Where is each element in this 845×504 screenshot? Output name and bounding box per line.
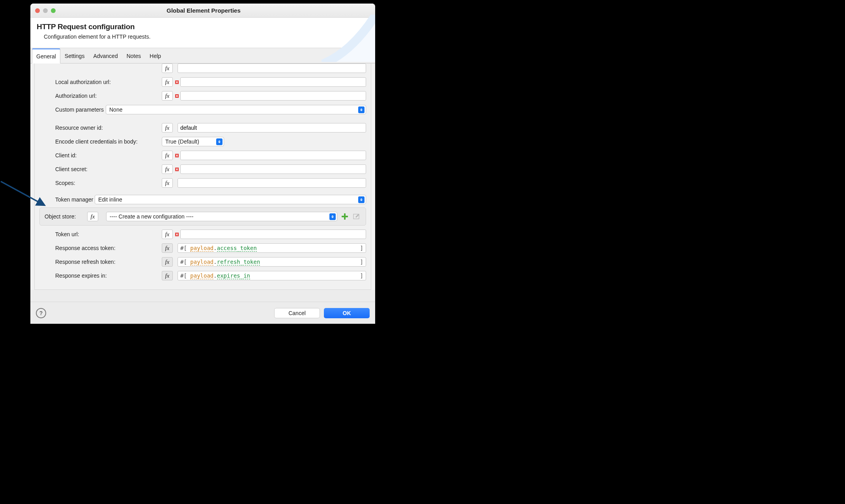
- page-title: HTTP Request configuration: [37, 22, 369, 31]
- close-icon[interactable]: [35, 8, 40, 13]
- edit-icon: [353, 213, 360, 220]
- required-icon: [174, 232, 179, 237]
- required-icon: [174, 153, 179, 158]
- fx-button[interactable]: fx: [162, 271, 173, 280]
- row-client-secret: Client secret: fx: [47, 163, 366, 175]
- chevron-updown-icon: [358, 106, 365, 113]
- row-resp-access: Response access token: fx #[ payload.acc…: [47, 242, 366, 254]
- fx-button[interactable]: fx: [162, 123, 173, 133]
- row-auth-url: Authorization url: fx: [47, 90, 366, 102]
- tab-general[interactable]: General: [32, 49, 60, 63]
- fx-button[interactable]: fx: [162, 230, 173, 239]
- dialog-header: HTTP Request configuration Configuration…: [30, 18, 375, 48]
- auth-url-label: Authorization url:: [47, 93, 162, 99]
- svg-rect-5: [342, 216, 348, 217]
- fx-button[interactable]: fx: [162, 257, 173, 267]
- client-secret-input[interactable]: [180, 164, 366, 174]
- resp-refresh-input[interactable]: #[ payload.refresh_token ]: [178, 257, 366, 267]
- object-store-label: Object store:: [45, 213, 87, 220]
- ok-button[interactable]: OK: [324, 308, 370, 318]
- plus-icon: [341, 213, 348, 220]
- chevron-updown-icon: [329, 213, 336, 220]
- tab-notes[interactable]: Notes: [122, 49, 146, 63]
- scopes-input[interactable]: [178, 178, 366, 188]
- fx-button[interactable]: fx: [87, 212, 98, 221]
- window-title: Global Element Properties: [56, 7, 375, 14]
- fx-button[interactable]: fx: [162, 178, 173, 188]
- client-id-input[interactable]: [180, 151, 366, 160]
- local-auth-url-label: Local authorization url:: [47, 79, 162, 85]
- token-url-label: Token url:: [47, 231, 162, 237]
- object-store-select[interactable]: ---- Create a new configuration ----: [106, 212, 337, 221]
- token-manager-select[interactable]: Edit inline: [95, 195, 366, 204]
- custom-params-select[interactable]: None: [106, 105, 366, 114]
- row-scopes: Scopes: fx: [47, 177, 366, 189]
- fx-button[interactable]: fx: [162, 63, 173, 73]
- token-url-input[interactable]: [180, 230, 366, 239]
- zoom-icon[interactable]: [51, 8, 56, 13]
- row-client-id: Client id: fx: [47, 149, 366, 162]
- chevron-updown-icon: [358, 196, 365, 203]
- page-subtitle: Configuration element for a HTTP request…: [44, 34, 369, 40]
- local-auth-url-input[interactable]: [180, 77, 366, 87]
- row-custom-params: Custom parameters None: [47, 103, 366, 116]
- resource-owner-id-label: Resource owner id:: [47, 125, 162, 131]
- dialog-footer: ? Cancel OK: [30, 302, 375, 324]
- client-id-label: Client id:: [47, 152, 162, 159]
- object-store-panel: Object store: fx ---- Create a new confi…: [39, 207, 366, 226]
- scroll-pane[interactable]: fx Local authorization url: fx Authoriza…: [34, 63, 371, 290]
- chevron-updown-icon: [216, 138, 222, 145]
- question-icon: ?: [39, 310, 43, 316]
- resp-access-input[interactable]: #[ payload.access_token ]: [178, 243, 366, 253]
- token-manager-value: Edit inline: [98, 196, 122, 203]
- encode-creds-select[interactable]: True (Default): [162, 137, 224, 146]
- row-cutoff: fx: [47, 63, 366, 75]
- auth-url-input[interactable]: [180, 91, 366, 101]
- custom-params-label: Custom parameters: [47, 106, 106, 113]
- global-element-properties-dialog: Global Element Properties HTTP Request c…: [30, 4, 375, 324]
- resp-expires-input[interactable]: #[ payload.expires_in ]: [178, 271, 366, 280]
- fx-button[interactable]: fx: [162, 164, 173, 174]
- encode-creds-label: Encode client credentials in body:: [47, 138, 162, 145]
- required-icon: [174, 167, 179, 172]
- client-secret-label: Client secret:: [47, 166, 162, 172]
- fx-button[interactable]: fx: [162, 77, 173, 87]
- encode-creds-value: True (Default): [165, 138, 199, 145]
- cutoff-input[interactable]: [178, 63, 366, 73]
- required-icon: [174, 93, 179, 98]
- tab-settings[interactable]: Settings: [60, 49, 89, 63]
- custom-params-value: None: [109, 106, 122, 113]
- resp-expires-label: Response expires in:: [47, 273, 162, 279]
- required-icon: [174, 80, 179, 84]
- help-button[interactable]: ?: [36, 308, 46, 318]
- cancel-button[interactable]: Cancel: [274, 308, 320, 318]
- row-resp-refresh: Response refresh token: fx #[ payload.re…: [47, 256, 366, 268]
- titlebar: Global Element Properties: [30, 4, 375, 18]
- tab-advanced[interactable]: Advanced: [89, 49, 122, 63]
- object-store-value: ---- Create a new configuration ----: [110, 213, 193, 220]
- row-resp-expires: Response expires in: fx #[ payload.expir…: [47, 269, 366, 282]
- row-token-manager: Token manager Edit inline: [47, 193, 366, 206]
- resp-refresh-label: Response refresh token:: [47, 259, 162, 265]
- tab-help[interactable]: Help: [145, 49, 165, 63]
- fx-button[interactable]: fx: [162, 91, 173, 101]
- fx-button[interactable]: fx: [162, 243, 173, 253]
- token-manager-label: Token manager: [47, 196, 95, 203]
- scopes-label: Scopes:: [47, 180, 162, 186]
- add-config-button[interactable]: [340, 213, 349, 220]
- row-resource-owner-id: Resource owner id: fx: [47, 121, 366, 134]
- edit-config-button[interactable]: [352, 213, 361, 220]
- resp-access-label: Response access token:: [47, 245, 162, 251]
- tab-bar: General Settings Advanced Notes Help: [30, 48, 375, 63]
- resource-owner-id-input[interactable]: [178, 123, 366, 133]
- row-encode-creds: Encode client credentials in body: True …: [47, 135, 366, 148]
- row-local-auth-url: Local authorization url: fx: [47, 76, 366, 88]
- content-area: fx Local authorization url: fx Authoriza…: [30, 63, 375, 290]
- window-controls: [30, 8, 56, 13]
- row-token-url: Token url: fx: [47, 228, 366, 241]
- fx-button[interactable]: fx: [162, 151, 173, 160]
- minimize-icon[interactable]: [43, 8, 48, 13]
